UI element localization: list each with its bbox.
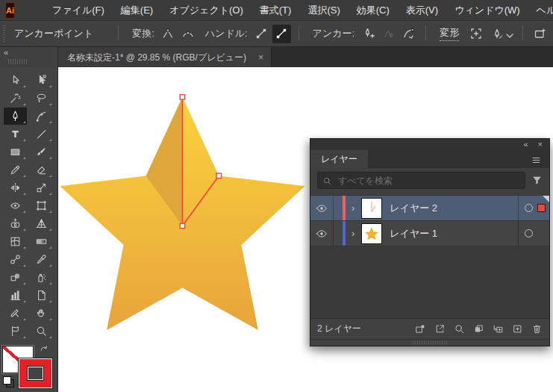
default-fill-stroke-icon[interactable]	[3, 376, 14, 388]
hide-handles-button[interactable]	[252, 25, 271, 43]
locate-object-icon[interactable]	[454, 323, 465, 335]
pencil-tool[interactable]	[4, 161, 27, 178]
reflect-tool[interactable]	[4, 179, 27, 196]
free-transform-tool[interactable]	[30, 197, 53, 214]
layer-thumbnail[interactable]	[361, 198, 382, 219]
draw-options-button[interactable]	[487, 25, 515, 43]
expand-layer-icon[interactable]: ›	[352, 202, 354, 214]
layers-search-box[interactable]	[317, 172, 525, 189]
menu-item[interactable]: 書式(T)	[251, 0, 300, 20]
shape-builder-tool[interactable]	[4, 215, 27, 232]
app-icon[interactable]: Ai	[5, 2, 15, 19]
collapse-tools-icon[interactable]: «	[4, 48, 8, 57]
convert-label: 変換:	[132, 27, 154, 40]
target-circle[interactable]	[525, 229, 533, 237]
new-sublayer-icon[interactable]	[493, 323, 504, 335]
add-anchor-button[interactable]	[359, 25, 378, 43]
corner-curve-button[interactable]	[399, 25, 418, 43]
gradient-tool[interactable]	[30, 233, 53, 250]
expand-layer-icon[interactable]: ›	[352, 228, 354, 239]
menu-item[interactable]: 効果(C)	[349, 0, 398, 20]
layers-footer: 2 レイヤー	[310, 318, 549, 339]
target-circle[interactable]	[525, 204, 533, 212]
search-input[interactable]	[337, 175, 520, 187]
stroke-swatch-hole	[28, 367, 43, 380]
pen-tool[interactable]	[4, 108, 27, 125]
control-bar-grip[interactable]	[3, 25, 5, 42]
curvature-tool[interactable]	[30, 108, 53, 125]
remove-anchor-button[interactable]	[379, 25, 398, 43]
menu-item[interactable]: ファイル(F)	[44, 0, 113, 20]
direct-selection-tool[interactable]	[30, 72, 53, 89]
symbol-tool[interactable]	[4, 269, 27, 286]
type-tool[interactable]	[4, 125, 27, 143]
column-graph-tool[interactable]	[4, 287, 27, 304]
eyedropper-tool[interactable]	[30, 251, 53, 268]
paintbrush-tool[interactable]	[30, 143, 53, 161]
collapse-panel-icon[interactable]: «	[523, 139, 528, 150]
close-panel-icon[interactable]: ×	[538, 139, 543, 150]
document-tab[interactable]: 名称未設定-1* @ 29.85 % (RGB/プレビュー) ×	[58, 47, 272, 68]
hand-tool[interactable]	[30, 305, 53, 322]
transform-link[interactable]: 変形	[440, 26, 459, 41]
export-selection-icon[interactable]	[434, 323, 446, 335]
visibility-toggle[interactable]	[310, 221, 334, 246]
rotate-view-tool[interactable]	[4, 323, 27, 340]
perspective-grid-tool[interactable]	[30, 215, 53, 232]
layer-row-right	[518, 221, 549, 246]
panel-menu-icon[interactable]	[531, 155, 542, 164]
layer-name[interactable]: レイヤー 2	[390, 202, 437, 215]
layers-panel-tab[interactable]: レイヤー	[310, 150, 368, 168]
resize-grip-dots	[413, 341, 447, 344]
artboard-tool[interactable]	[30, 287, 53, 304]
menu-item[interactable]: ウィンドウ(W)	[446, 0, 528, 20]
rectangle-tool[interactable]	[4, 143, 27, 161]
blend-tool[interactable]	[4, 251, 27, 268]
symbol-sprayer-tool[interactable]	[30, 269, 53, 286]
scale-tool[interactable]	[30, 179, 53, 196]
close-tab-icon[interactable]: ×	[258, 52, 263, 63]
layers-list: ›レイヤー 2›レイヤー 1	[310, 195, 549, 246]
menu-item[interactable]: 表示(V)	[398, 0, 446, 20]
show-handles-button[interactable]	[272, 25, 291, 43]
convert-to-corner-button[interactable]	[159, 25, 178, 43]
layer-thumbnail[interactable]	[361, 223, 382, 244]
menu-item[interactable]: ヘルプ(H)	[528, 0, 553, 20]
handle-label: ハンドル:	[205, 27, 248, 40]
selection-indicator	[538, 205, 545, 211]
tools-panel	[0, 67, 58, 392]
stroke-swatch[interactable]	[19, 358, 52, 388]
mesh-tool[interactable]	[4, 233, 27, 250]
make-clipping-mask-icon[interactable]	[473, 323, 484, 335]
layer-row[interactable]: ›レイヤー 1	[310, 221, 549, 246]
shape-options-button[interactable]	[531, 25, 549, 43]
width-tool[interactable]	[4, 197, 27, 214]
convert-to-smooth-button[interactable]	[179, 25, 198, 43]
eraser-tool[interactable]	[30, 161, 53, 178]
selection-tool[interactable]	[4, 72, 27, 89]
menu-bar: Ai ファイル(F)編集(E)オブジェクト(O)書式(T)選択(S)効果(C)表…	[0, 0, 553, 20]
menu-item[interactable]: 編集(E)	[113, 0, 161, 20]
bounding-box-button[interactable]	[466, 25, 485, 43]
menu-item[interactable]: 選択(S)	[299, 0, 348, 20]
zoom-tool[interactable]	[30, 323, 53, 340]
layer-name[interactable]: レイヤー 1	[390, 227, 437, 240]
delete-selection-icon[interactable]	[531, 323, 543, 335]
lasso-tool[interactable]	[30, 90, 53, 107]
menu-item[interactable]: オブジェクト(O)	[161, 0, 251, 20]
visibility-toggle[interactable]	[310, 196, 334, 220]
search-icon	[322, 175, 332, 185]
layers-empty-area	[310, 246, 549, 318]
line-segment-tool[interactable]	[30, 125, 53, 143]
document-title: 名称未設定-1* @ 29.85 % (RGB/プレビュー)	[67, 52, 246, 64]
swap-fill-stroke-icon[interactable]	[39, 344, 49, 355]
magic-wand-tool[interactable]	[4, 90, 27, 107]
slice-tool[interactable]	[4, 305, 27, 322]
new-layer-icon[interactable]	[512, 323, 523, 335]
collect-for-export-icon[interactable]	[415, 323, 426, 335]
filter-icon[interactable]	[531, 175, 543, 186]
panel-resize-handle[interactable]	[310, 339, 549, 346]
default-fill-chip	[3, 376, 11, 385]
layer-row[interactable]: ›レイヤー 2	[310, 196, 549, 221]
tools-panel-grip[interactable]	[8, 59, 28, 64]
